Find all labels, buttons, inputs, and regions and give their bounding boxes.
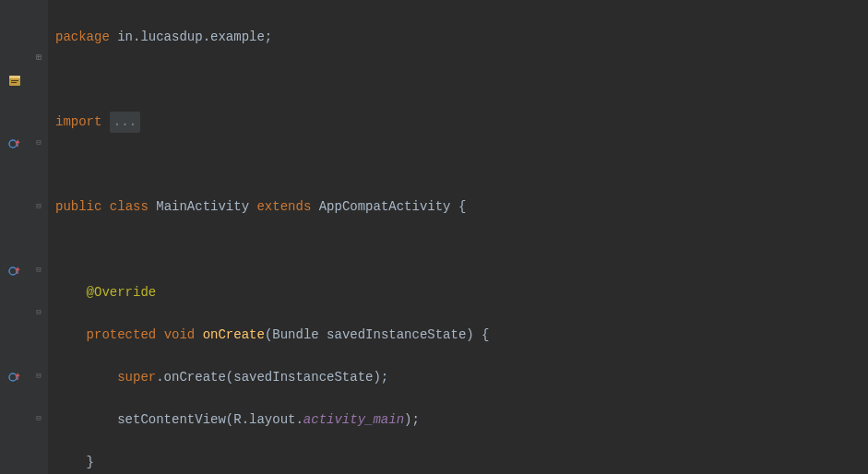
expand-fold-icon[interactable]: ⊞ (30, 48, 48, 69)
keyword-package: package (55, 27, 110, 48)
code-line[interactable]: super.onCreate(savedInstanceState); (55, 367, 868, 388)
svg-point-6 (9, 373, 17, 381)
fold-gutter: ⊞ ⊟ ⊟ ⊟ ⊟ ⊟ ⊟ ⊟ ⊟ (30, 0, 48, 474)
code-line[interactable]: public class MainActivity extends AppCom… (55, 196, 868, 218)
code-line[interactable]: package in.lucasdup.example; (55, 27, 868, 48)
icon-gutter (0, 0, 30, 474)
code-line[interactable]: @Override (55, 282, 868, 303)
svg-rect-2 (11, 80, 18, 81)
keyword-import: import (55, 112, 101, 133)
method-onCreate: onCreate (203, 325, 265, 346)
override-icon[interactable] (0, 366, 30, 387)
collapse-fold-icon[interactable]: ⊟ (30, 133, 48, 154)
annotation-override: @Override (87, 282, 157, 303)
code-editor[interactable]: package in.lucasdup.example; import ... … (48, 0, 868, 474)
fold-end-icon[interactable]: ⊟ (30, 409, 48, 430)
code-line[interactable]: import ... (55, 112, 868, 133)
code-line[interactable]: protected void onCreate(Bundle savedInst… (55, 325, 868, 346)
svg-point-5 (9, 267, 17, 275)
code-line[interactable]: } (55, 452, 868, 473)
svg-point-4 (9, 140, 17, 148)
collapse-fold-icon[interactable]: ⊟ (30, 260, 48, 281)
fold-end-icon[interactable]: ⊟ (30, 302, 48, 324)
folded-imports[interactable]: ... (110, 112, 140, 133)
override-icon[interactable] (0, 260, 30, 281)
collapse-fold-icon[interactable]: ⊟ (30, 366, 48, 387)
code-line[interactable]: setContentView(R.layout.activity_main); (55, 409, 868, 431)
class-file-icon[interactable] (0, 69, 30, 90)
svg-rect-3 (11, 82, 17, 83)
override-icon[interactable] (0, 133, 30, 154)
svg-rect-1 (9, 76, 20, 78)
fold-end-icon[interactable]: ⊟ (30, 196, 48, 218)
